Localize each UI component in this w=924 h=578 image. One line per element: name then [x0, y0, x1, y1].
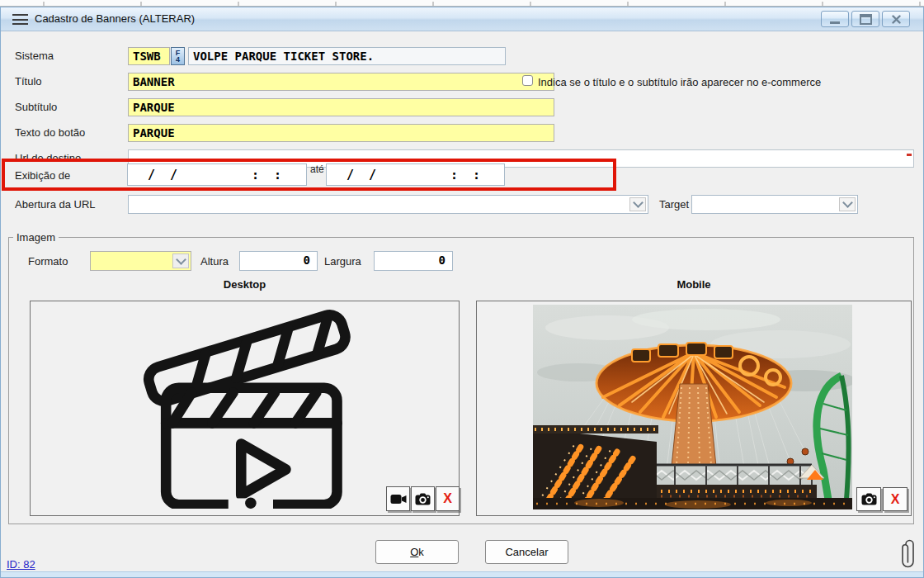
abertura-select[interactable]: 0 - Opção de abertura da URL desabilitad… — [128, 195, 648, 214]
altura-input[interactable]: 0 — [239, 251, 318, 271]
menu-icon[interactable] — [12, 14, 28, 25]
texto-botao-label: Texto do botão — [15, 126, 85, 139]
delete-x-icon: X — [443, 491, 452, 506]
minimize-button[interactable] — [821, 11, 849, 27]
target-label: Target — [659, 198, 689, 211]
titulo-input[interactable]: BANNER — [128, 73, 554, 91]
cancel-label: Cancelar — [505, 546, 548, 558]
window-bottom-edge — [1, 571, 923, 577]
chevron-down-icon — [629, 197, 646, 211]
formato-value: PNG — [123, 270, 144, 271]
close-button[interactable] — [882, 11, 910, 27]
video-camera-icon — [390, 494, 407, 505]
titulo-ecommerce-checkbox[interactable] — [522, 75, 533, 86]
chevron-down-icon — [172, 253, 189, 268]
desktop-delete-image-button[interactable]: X — [436, 486, 460, 511]
record-id-link[interactable]: ID: 82 — [7, 558, 35, 571]
texto-botao-input[interactable]: PARQUE — [128, 124, 554, 142]
subtitulo-input[interactable]: PARQUE — [128, 98, 554, 116]
largura-input[interactable]: 0 — [374, 251, 453, 271]
maximize-button[interactable] — [851, 11, 879, 27]
delete-x-icon: X — [891, 492, 900, 507]
restore-icon — [860, 14, 872, 25]
titulo-label: Título — [15, 75, 42, 88]
desktop-section-label: Desktop — [30, 278, 460, 291]
desktop-video-upload-button[interactable] — [386, 486, 410, 511]
background-window-tabs — [0, 2, 924, 6]
subtitulo-label: Subtítulo — [15, 101, 57, 113]
exibicao-to-input[interactable]: / / : : — [326, 163, 505, 186]
from-time-mask: : : — [252, 167, 281, 183]
altura-label: Altura — [200, 255, 229, 268]
ok-accesskey: O — [410, 546, 418, 558]
url-destino-label: Url de destino — [15, 152, 81, 164]
ok-button[interactable]: Ok — [375, 540, 459, 564]
mobile-photo-upload-button[interactable] — [856, 487, 881, 511]
paperclip-icon[interactable] — [901, 535, 917, 571]
formato-select[interactable]: PNG — [90, 251, 191, 271]
camera-icon — [415, 493, 431, 505]
formato-label: Formato — [28, 255, 68, 268]
mobile-section-label: Mobile — [476, 278, 912, 291]
titulo-ecommerce-checkbox-label: Indica se o título e o subtítulo irão ap… — [538, 76, 821, 88]
from-date-mask: / / — [148, 167, 177, 183]
desktop-photo-upload-button[interactable] — [411, 486, 435, 511]
to-time-mask: : : — [450, 167, 480, 183]
close-icon — [892, 15, 901, 24]
ok-label-rest: k — [418, 546, 424, 558]
abertura-label: Abertura da URL — [15, 198, 96, 211]
camera-icon — [861, 493, 877, 505]
imagem-legend: Imagem — [13, 231, 59, 244]
f4-lookup-button[interactable]: F 4 — [171, 47, 185, 65]
f4-label-bottom: 4 — [176, 56, 180, 63]
cancel-button[interactable]: Cancelar — [485, 540, 568, 564]
minimize-icon — [830, 21, 840, 24]
to-date-mask: / / — [346, 167, 376, 183]
largura-label: Largura — [324, 255, 361, 268]
carousel-ride-photo — [533, 305, 852, 509]
window-title: Cadastro de Banners (ALTERAR) — [35, 12, 195, 25]
exibicao-from-input[interactable]: / / : : — [127, 163, 307, 186]
ate-label: até — [310, 163, 324, 175]
sistema-name-field: VOLPE PARQUE TICKET STORE. — [188, 47, 506, 65]
chevron-down-icon — [839, 197, 856, 211]
field-edge-mark — [907, 154, 912, 156]
exibicao-label: Exibição de — [15, 169, 70, 182]
target-select[interactable]: _blank — [691, 195, 858, 214]
sistema-label: Sistema — [15, 50, 54, 62]
screen: Cadastro de Banners (ALTERAR) Sistema TS… — [0, 0, 924, 578]
mobile-delete-image-button[interactable]: X — [883, 487, 908, 511]
clapperboard-video-image — [120, 306, 375, 509]
sistema-code-input[interactable]: TSWB — [128, 47, 170, 65]
